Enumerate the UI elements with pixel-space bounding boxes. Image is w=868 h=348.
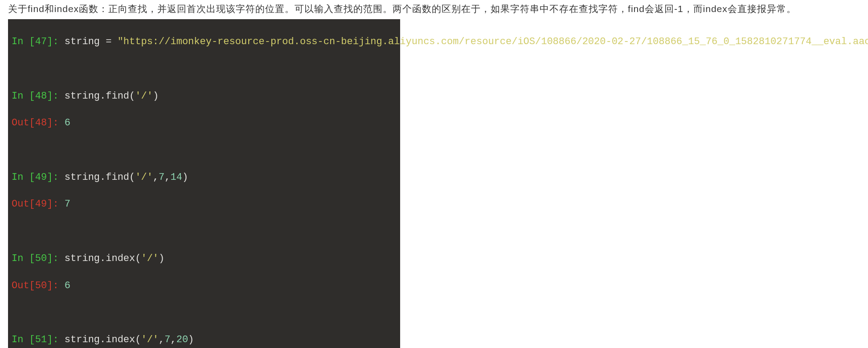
- output-line: Out[49]: 7: [12, 198, 397, 211]
- output-line: Out[50]: 6: [12, 279, 397, 293]
- code-line: In [51]: string.index('/',7,20): [12, 333, 397, 347]
- code-line: In [50]: string.index('/'): [12, 252, 397, 265]
- code-line: In [48]: string.find('/'): [12, 90, 397, 103]
- intro-paragraph: 关于find和index函数：正向查找，并返回首次出现该字符的位置。可以输入查找…: [0, 0, 868, 19]
- output-line: Out[48]: 6: [12, 116, 397, 130]
- code-line: In [49]: string.find('/',7,14): [12, 171, 397, 184]
- code-line: In [47]: string = "https://imonkey-resou…: [12, 35, 397, 49]
- terminal-block-1: In [47]: string = "https://imonkey-resou…: [8, 19, 400, 348]
